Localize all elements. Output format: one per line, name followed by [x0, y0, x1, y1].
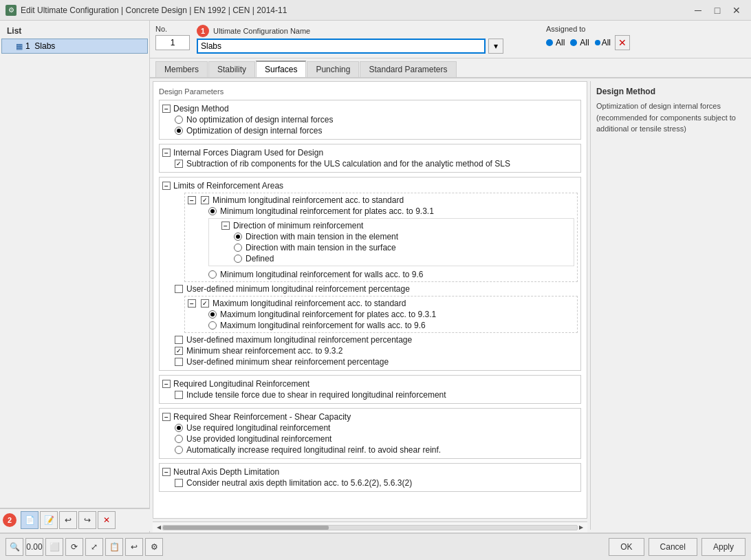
- radio-prov-long-input[interactable]: [175, 435, 183, 443]
- limits-reinf-header[interactable]: − Limits of Reinforcement Areas: [162, 180, 578, 191]
- radio-auto-increase[interactable]: Automatically increase required longitud…: [175, 444, 578, 455]
- checkbox-neutral-input[interactable]: [175, 479, 183, 487]
- checkbox-min-shear[interactable]: Minimum shear reinforcement acc. to 9.3.…: [175, 345, 578, 356]
- expand-min-long[interactable]: −: [188, 196, 196, 204]
- checkbox-tensile-force[interactable]: Include tensile force due to shear in re…: [175, 389, 578, 400]
- expand-limits-reinf[interactable]: −: [162, 182, 171, 190]
- checkbox-user-max-long-input[interactable]: [175, 336, 183, 344]
- name-label-row: 1 Ultimate Configuration Name: [197, 25, 539, 37]
- scrollbar-thumb[interactable]: [163, 526, 329, 530]
- radio-opt-input[interactable]: [175, 127, 183, 135]
- radio-req-long-input[interactable]: [175, 424, 183, 432]
- value-tool-button[interactable]: 0.00: [25, 538, 43, 556]
- expand-neutral-axis[interactable]: −: [162, 468, 171, 476]
- tab-punching[interactable]: Punching: [307, 61, 359, 77]
- design-method-header[interactable]: − Design Method: [162, 103, 578, 114]
- assigned-all-1[interactable]: All: [546, 38, 565, 47]
- radio-no-opt-input[interactable]: [175, 116, 183, 124]
- radio-optimization[interactable]: Optimization of design internal forces: [175, 125, 578, 136]
- checkbox-min-shear-input[interactable]: [175, 347, 183, 355]
- ok-button[interactable]: OK: [609, 538, 644, 556]
- radio-min-walls-input[interactable]: [208, 270, 217, 279]
- radio-no-optimization[interactable]: No optimization of design internal force…: [175, 114, 578, 125]
- expand-direction[interactable]: −: [221, 222, 230, 230]
- checkbox-max-long[interactable]: − Maximum longitudinal reinforcement acc…: [188, 298, 574, 309]
- scroll-left-arrow[interactable]: ◀: [155, 524, 162, 530]
- expand-req-long[interactable]: −: [162, 380, 171, 388]
- tab-standard-parameters[interactable]: Standard Parameters: [360, 61, 456, 77]
- radio-dot-3: [595, 40, 600, 45]
- checkbox-subtraction-input[interactable]: [175, 160, 183, 168]
- close-button[interactable]: ✕: [728, 3, 745, 18]
- select-tool-button[interactable]: ⬜: [45, 538, 63, 556]
- checkbox-user-min-shear-input[interactable]: [175, 358, 183, 366]
- radio-min-plates[interactable]: Minimum longitudinal reinforcement for p…: [208, 206, 574, 217]
- cancel-button[interactable]: Cancel: [649, 538, 697, 556]
- maximize-button[interactable]: □: [708, 3, 726, 18]
- radio-dir-def-input[interactable]: [234, 255, 242, 263]
- checkbox-min-long[interactable]: − Minimum longitudinal reinforcement acc…: [188, 195, 574, 206]
- tab-surfaces[interactable]: Surfaces: [256, 61, 306, 77]
- horizontal-scrollbar[interactable]: ◀ ▶: [153, 521, 587, 532]
- settings-tool-button[interactable]: ⚙: [145, 538, 163, 556]
- name-dropdown[interactable]: ▾: [488, 39, 503, 54]
- name-input[interactable]: [197, 39, 486, 54]
- minimize-button[interactable]: ─: [689, 3, 707, 18]
- redo-button[interactable]: ↪: [78, 511, 96, 529]
- radio-max-plates[interactable]: Maximum longitudinal reinforcement for p…: [208, 309, 574, 320]
- checkbox-min-long-input[interactable]: [201, 196, 209, 204]
- apply-button[interactable]: Apply: [701, 538, 745, 556]
- req-long-header[interactable]: − Required Longitudinal Reinforcement: [162, 378, 578, 389]
- checkbox-tensile-input[interactable]: [175, 391, 183, 399]
- tab-stability[interactable]: Stability: [208, 61, 255, 77]
- bottom-toolbar: 🔍 0.00 ⬜ ⟳ ⤢ 📋 ↩ ⚙ OK Cancel Apply: [0, 532, 751, 560]
- radio-dir-surf-input[interactable]: [234, 244, 242, 252]
- copy-tool-button[interactable]: 📋: [105, 538, 123, 556]
- clear-assigned-button[interactable]: ✕: [615, 35, 630, 50]
- radio-min-plates-input[interactable]: [208, 207, 217, 215]
- undo-button[interactable]: ↩: [59, 511, 77, 529]
- radio-direction-element[interactable]: Direction with main tension in the eleme…: [234, 231, 572, 242]
- radio-max-walls-input[interactable]: [208, 321, 217, 330]
- tab-members[interactable]: Members: [155, 61, 208, 77]
- radio-direction-defined[interactable]: Defined: [234, 253, 572, 264]
- checkbox-user-max-long[interactable]: User-defined maximum longitudinal reinfo…: [175, 334, 578, 345]
- scroll-right-arrow[interactable]: ▶: [578, 524, 585, 530]
- radio-max-walls[interactable]: Maximum longitudinal reinforcement for w…: [208, 320, 574, 331]
- expand-design-method[interactable]: −: [162, 105, 171, 113]
- checkbox-max-long-input[interactable]: [201, 299, 209, 308]
- radio-direction-surface[interactable]: Direction with main tension in the surfa…: [234, 242, 572, 253]
- radio-min-walls[interactable]: Minimum longitudinal reinforcement for w…: [208, 269, 574, 280]
- radio-use-required-long[interactable]: Use required longitudinal reinforcement: [175, 422, 578, 433]
- delete-button[interactable]: ✕: [98, 511, 116, 529]
- checkbox-user-min-long-input[interactable]: [175, 285, 183, 293]
- neutral-axis-children: Consider neutral axis depth limitation a…: [162, 477, 578, 488]
- sidebar-item-slabs[interactable]: ▦ 1 Slabs: [1, 39, 148, 54]
- rotate-tool-button[interactable]: ⟳: [65, 538, 83, 556]
- checkbox-user-min-shear[interactable]: User-defined minimum shear reinforcement…: [175, 356, 578, 367]
- assigned-all-2[interactable]: All: [570, 38, 589, 47]
- neutral-axis-header[interactable]: − Neutral Axis Depth Limitation: [162, 466, 578, 477]
- window-title: Edit Ultimate Configuration | Concrete D…: [21, 6, 287, 15]
- expand-req-shear[interactable]: −: [162, 413, 171, 421]
- search-tool-button[interactable]: 🔍: [6, 538, 23, 556]
- copy-button[interactable]: 📝: [40, 511, 58, 529]
- scrollbar-track[interactable]: [162, 525, 578, 530]
- internal-forces-header[interactable]: − Internal Forces Diagram Used for Desig…: [162, 147, 578, 158]
- checkbox-subtraction[interactable]: Subtraction of rib components for the UL…: [175, 158, 578, 169]
- radio-auto-input[interactable]: [175, 446, 183, 454]
- expand-tool-button[interactable]: ⤢: [85, 538, 103, 556]
- radio-dir-elem-input[interactable]: [234, 233, 242, 241]
- assigned-all-3[interactable]: All: [595, 38, 611, 47]
- undo-tool-button[interactable]: ↩: [125, 538, 143, 556]
- checkbox-neutral-axis[interactable]: Consider neutral axis depth limitation a…: [175, 477, 578, 488]
- radio-use-provided-long[interactable]: Use provided longitudinal reinforcement: [175, 433, 578, 444]
- checkbox-user-min-long[interactable]: User-defined minimum longitudinal reinfo…: [175, 283, 578, 294]
- no-input[interactable]: [155, 35, 190, 50]
- req-shear-header[interactable]: − Required Shear Reinforcement - Shear C…: [162, 411, 578, 422]
- expand-internal-forces[interactable]: −: [162, 149, 171, 157]
- new-button[interactable]: 📄: [21, 511, 39, 529]
- design-method-label: Design Method: [173, 104, 229, 114]
- expand-max-long[interactable]: −: [188, 299, 196, 308]
- radio-max-plates-input[interactable]: [208, 310, 217, 319]
